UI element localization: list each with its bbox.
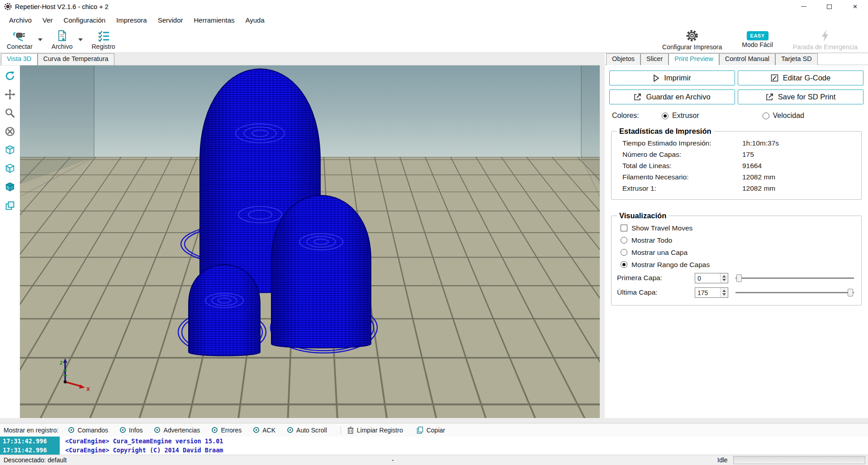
tab-objetos[interactable]: Objetos	[606, 53, 640, 65]
gcode-preview-scene: z x	[20, 66, 600, 418]
print-button[interactable]: Imprimir	[609, 70, 735, 85]
window-title: Repetier-Host V2.1.6 - chico + 2	[15, 3, 109, 10]
radio-mostrar-una-capa[interactable]: Mostrar una Capa	[617, 246, 856, 258]
log-row: 17:31:42.996 <CuraEngine> Cura_SteamEngi…	[0, 437, 868, 446]
toggle-icon	[287, 427, 293, 433]
save-to-file-button[interactable]: Guardar en Archivo	[609, 89, 735, 104]
show-travel-moves-checkbox[interactable]: Show Travel Moves	[617, 222, 856, 234]
toggle-infos[interactable]: Infos	[120, 427, 142, 434]
connect-dropdown-button[interactable]	[37, 30, 44, 50]
copy-log-button[interactable]: Copiar	[417, 427, 445, 434]
clear-log-button[interactable]: Limpiar Registro	[347, 427, 403, 434]
visualization-title: Visualización	[617, 211, 669, 220]
toggle-icon	[68, 427, 74, 433]
repetier-host-window: Repetier-Host V2.1.6 - chico + 2 × Archi…	[0, 0, 868, 465]
easy-mode-label: Modo Fácil	[742, 41, 773, 48]
toggle-autoscroll[interactable]: Auto Scroll	[287, 427, 327, 434]
close-button[interactable]: ×	[842, 0, 868, 13]
slider-thumb[interactable]	[736, 274, 742, 282]
log-row: 17:31:42.996 <CuraEngine> Copyright (C) …	[0, 446, 868, 455]
menu-ayuda[interactable]: Ayuda	[240, 14, 270, 26]
zoom-view-button[interactable]	[3, 106, 17, 120]
radio-extrusor-label: Extrusor	[672, 112, 699, 120]
save-for-sd-button[interactable]: Save for SD Print	[738, 89, 863, 104]
last-layer-row: Última Capa: 175	[617, 285, 856, 300]
radio-icon	[662, 113, 669, 119]
spinner-arrows[interactable]	[720, 288, 728, 297]
view-toolbar	[0, 65, 20, 418]
rotate-view-button[interactable]	[3, 69, 17, 83]
tab-vista-3d[interactable]: Vista 3D	[1, 53, 38, 65]
chevron-down-icon	[78, 38, 83, 41]
parallel-view-button[interactable]	[3, 199, 17, 212]
maximize-button[interactable]	[816, 0, 842, 13]
visualization-group: Visualización Show Travel Moves Mostrar …	[611, 211, 862, 305]
rotate-icon	[5, 70, 15, 81]
first-layer-spinner[interactable]: 0	[695, 273, 728, 283]
cube-front-icon	[5, 163, 15, 174]
configure-printer-button[interactable]: Configurar Impresora	[658, 28, 726, 52]
connect-button[interactable]: Conectar	[3, 28, 37, 52]
menu-ver[interactable]: Ver	[37, 14, 58, 26]
log-output[interactable]: 17:31:42.996 <CuraEngine> Cura_SteamEngi…	[0, 437, 868, 455]
toggle-advertencias[interactable]: Advertencias	[154, 427, 200, 434]
toggle-comandos[interactable]: Comandos	[68, 427, 108, 434]
checkbox-icon	[621, 225, 627, 231]
move-view-button[interactable]	[3, 88, 17, 101]
menu-herramientas[interactable]: Herramientas	[189, 14, 240, 26]
log-timestamp: 17:31:42.996	[0, 446, 60, 455]
toggle-icon	[253, 427, 259, 433]
toggle-log-label: Registro	[92, 43, 115, 50]
easy-mode-button[interactable]: EASY Modo Fácil	[738, 28, 777, 52]
slider-track	[735, 292, 854, 293]
right-panel: Objetos Slicer Print Preview Control Man…	[605, 53, 868, 418]
radio-velocidad-label: Velocidad	[773, 112, 804, 120]
last-layer-slider[interactable]	[735, 287, 854, 298]
tab-slicer[interactable]: Slicer	[640, 53, 669, 65]
spinner-arrows[interactable]	[720, 273, 728, 283]
checklist-icon	[97, 29, 110, 42]
load-file-label: Archivo	[52, 43, 73, 50]
tab-tarjeta-sd[interactable]: Tarjeta SD	[775, 53, 818, 65]
last-layer-spinner[interactable]: 175	[695, 287, 728, 298]
top-view-button[interactable]	[3, 180, 17, 194]
menu-servidor[interactable]: Servidor	[152, 14, 189, 26]
connect-label: Conectar	[7, 43, 33, 50]
tab-curva-temperatura[interactable]: Curva de Temperatura	[38, 53, 114, 65]
printed-object-medium	[271, 196, 371, 348]
first-layer-slider[interactable]	[735, 272, 854, 283]
menu-archivo[interactable]: Archivo	[4, 14, 37, 26]
minimize-button[interactable]	[791, 0, 816, 13]
colors-row: Colores: Extrusor Velocidad	[612, 112, 861, 120]
viewport-3d[interactable]: z x	[20, 65, 600, 418]
isometric-view-button[interactable]	[3, 143, 17, 157]
radio-mostrar-todo[interactable]: Mostrar Todo	[617, 234, 856, 246]
cube-solid-icon	[5, 182, 15, 193]
toggle-log-button[interactable]: Registro	[88, 28, 119, 52]
spin-down-icon	[722, 279, 726, 281]
radio-icon	[621, 237, 627, 244]
load-file-button[interactable]: Archivo	[47, 28, 77, 52]
menu-impresora[interactable]: Impresora	[111, 14, 152, 26]
toggle-icon	[120, 427, 126, 433]
panel-splitter[interactable]	[600, 53, 605, 418]
radio-icon	[621, 261, 627, 268]
tab-control-manual[interactable]: Control Manual	[719, 53, 775, 65]
file-dropdown-button[interactable]	[77, 30, 84, 50]
front-view-button[interactable]	[3, 162, 17, 175]
slider-thumb[interactable]	[848, 289, 853, 296]
close-icon: ×	[853, 2, 858, 11]
edit-gcode-button[interactable]: Editar G-Code	[738, 70, 863, 85]
radio-mostrar-rango[interactable]: Mostrar Rango de Capas	[617, 258, 856, 271]
menu-bar: Archivo Ver Configuración Impresora Serv…	[0, 13, 868, 27]
left-wall	[20, 66, 94, 184]
reset-view-button[interactable]	[3, 125, 17, 138]
printed-object-small	[189, 265, 260, 356]
toggle-ack[interactable]: ACK	[253, 427, 275, 434]
tab-print-preview[interactable]: Print Preview	[669, 53, 719, 65]
menu-configuracion[interactable]: Configuración	[58, 14, 111, 26]
radio-velocidad[interactable]: Velocidad	[763, 112, 804, 120]
radio-extrusor[interactable]: Extrusor	[662, 112, 699, 120]
emergency-stop-button[interactable]: Parada de Emergencia	[789, 28, 862, 52]
toggle-errores[interactable]: Errores	[212, 427, 242, 434]
